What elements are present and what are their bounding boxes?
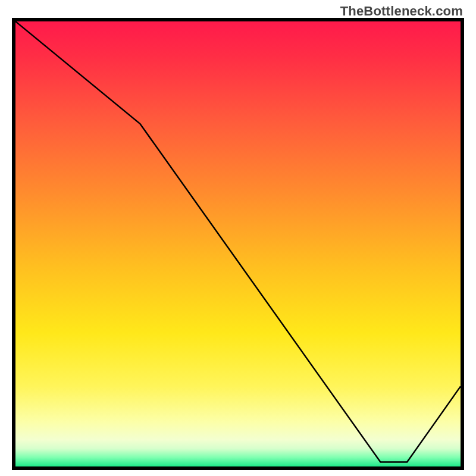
chart-plot-area <box>12 18 464 470</box>
watermark-text: TheBottleneck.com <box>340 4 463 19</box>
chart-svg <box>15 21 461 466</box>
gradient-background <box>15 21 461 466</box>
